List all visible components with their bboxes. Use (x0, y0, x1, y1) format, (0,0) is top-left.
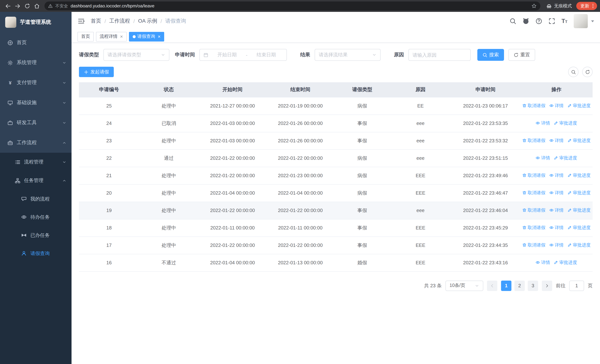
approval-progress-link[interactable]: 审批进度 (567, 103, 591, 109)
create-leave-button[interactable]: 发起请假 (79, 67, 114, 77)
table-row: 23处理中2022-01-03 00:00:002022-01-26 00:00… (79, 132, 593, 149)
update-button[interactable]: 更新 (576, 2, 597, 10)
page-button-3[interactable]: 3 (528, 280, 538, 291)
detail-link[interactable]: 详情 (549, 103, 564, 109)
cell-actions: 取消请假详情审批进度 (520, 202, 593, 219)
submenu-task-mgmt: 我的流程待办任务已办任务请假查询 (0, 190, 72, 262)
detail-link[interactable]: 详情 (536, 120, 550, 126)
browser-toolbar: 不安全 dashboard.yudao.iocoder.cn/bpm/oa/le… (0, 0, 600, 12)
cancel-leave-link[interactable]: 取消请假 (522, 190, 545, 196)
reason-input[interactable] (408, 49, 471, 61)
header-search-icon[interactable] (510, 18, 516, 24)
help-icon[interactable] (535, 18, 542, 24)
sidebar: 芋道管理系统 首页系统管理¥支付管理基础设施研发工具工作流程流程管理任务管理我的… (0, 12, 72, 364)
approval-progress-link[interactable]: 审批进度 (554, 120, 577, 126)
sidebar-item-system[interactable]: 系统管理 (0, 53, 72, 73)
sidebar-item-payment[interactable]: ¥支付管理 (0, 73, 72, 93)
user-avatar[interactable] (574, 14, 588, 28)
cancel-leave-link[interactable]: 取消请假 (522, 172, 545, 179)
cancel-leave-link[interactable]: 取消请假 (522, 242, 545, 248)
trash-icon (522, 173, 527, 178)
sidebar-item-done-task[interactable]: 已办任务 (0, 226, 72, 244)
detail-link[interactable]: 详情 (536, 260, 550, 266)
sidebar-item-home[interactable]: 首页 (0, 33, 72, 53)
page-button-2[interactable]: 2 (514, 280, 525, 291)
sidebar-item-label: 待办任务 (30, 214, 67, 220)
next-page-button[interactable] (542, 280, 552, 291)
refresh-table-button[interactable] (582, 67, 593, 77)
close-tab-icon[interactable]: × (158, 34, 160, 39)
briefcase-icon (7, 140, 13, 146)
chevron-down-icon[interactable] (591, 20, 594, 22)
app-logo[interactable]: 芋道管理系统 (0, 12, 72, 33)
search-button[interactable]: 搜索 (477, 49, 504, 61)
detail-link[interactable]: 详情 (549, 138, 564, 144)
browser-menu-icon[interactable] (590, 3, 596, 9)
cancel-leave-link[interactable]: 取消请假 (522, 103, 545, 109)
font-size-icon[interactable]: TT (562, 18, 567, 24)
approval-progress-link[interactable]: 审批进度 (567, 190, 591, 196)
sidebar-item-process-mgmt[interactable]: 流程管理 (0, 153, 72, 171)
approval-progress-link[interactable]: 审批进度 (567, 207, 591, 214)
chevron-up-icon (62, 178, 66, 183)
fullscreen-icon[interactable] (548, 18, 555, 24)
cell-reason: eee (390, 114, 451, 132)
sidebar-item-devtools[interactable]: 研发工具 (0, 113, 72, 133)
tab-label: 请假查询 (137, 33, 155, 40)
detail-link[interactable]: 详情 (549, 190, 564, 196)
sidebar-item-my-process[interactable]: 我的流程 (0, 190, 72, 208)
sidebar-item-task-mgmt[interactable]: 任务管理 (0, 171, 72, 190)
sidebar-item-leave-query[interactable]: 请假查询 (0, 244, 72, 262)
toggle-search-button[interactable] (568, 67, 579, 77)
sidebar-item-workflow[interactable]: 工作流程 (0, 133, 72, 153)
browser-home-icon[interactable] (32, 1, 41, 11)
prev-page-button[interactable] (487, 280, 497, 291)
detail-link[interactable]: 详情 (549, 207, 564, 214)
breadcrumb-item[interactable]: OA 示例 (138, 18, 157, 24)
approval-progress-link[interactable]: 审批进度 (554, 260, 577, 266)
close-tab-icon[interactable]: × (120, 34, 123, 39)
leave-type-select[interactable]: 请选择请假类型 (103, 49, 169, 61)
reset-button[interactable]: 重置 (508, 49, 535, 61)
tab-leave-query[interactable]: 请假查询× (129, 32, 164, 41)
cell-start: 2022-01-22 00:00:00 (199, 202, 266, 219)
collapse-sidebar-icon[interactable] (77, 18, 85, 25)
page-size-select[interactable]: 10条/页 (445, 280, 483, 291)
forward-icon[interactable] (13, 1, 22, 11)
cell-status: 处理中 (139, 202, 199, 219)
cell-reason: EE (390, 97, 451, 114)
bookmark-star-icon[interactable] (531, 3, 537, 9)
goto-page-input[interactable] (569, 280, 584, 291)
tab-home[interactable]: 首页 (77, 32, 94, 41)
cell-actions: 取消请假详情审批进度 (520, 167, 593, 184)
page-button-1[interactable]: 1 (501, 280, 511, 291)
address-bar[interactable]: 不安全 dashboard.yudao.iocoder.cn/bpm/oa/le… (45, 1, 540, 10)
approval-progress-link[interactable]: 审批进度 (554, 155, 577, 161)
sidebar-item-todo-task[interactable]: 待办任务 (0, 208, 72, 226)
github-icon[interactable] (523, 18, 529, 24)
result-select[interactable]: 请选择流结果 (315, 49, 381, 61)
filter-form: 请假类型 请选择请假类型 申请时间 开始日期 - 结束日期 结果 请选择流结果 (79, 49, 593, 61)
cancel-leave-link[interactable]: 取消请假 (522, 207, 545, 214)
sidebar-item-infra[interactable]: 基础设施 (0, 93, 72, 113)
reload-icon[interactable] (22, 1, 32, 11)
detail-link[interactable]: 详情 (536, 155, 550, 161)
detail-link[interactable]: 详情 (549, 225, 564, 231)
back-icon[interactable] (3, 1, 13, 11)
breadcrumb-item[interactable]: 工作流程 (109, 18, 130, 24)
column-header: 状态 (139, 82, 199, 97)
cancel-leave-link[interactable]: 取消请假 (522, 225, 545, 231)
approval-progress-link[interactable]: 审批进度 (567, 242, 591, 248)
tab-process-detail[interactable]: 流程详情× (96, 32, 127, 41)
apply-time-range-picker[interactable]: 开始日期 - 结束日期 (199, 49, 287, 61)
security-label: 不安全 (55, 3, 68, 9)
approval-progress-link[interactable]: 审批进度 (567, 138, 591, 144)
chevron-down-icon (62, 81, 66, 85)
detail-link[interactable]: 详情 (549, 242, 564, 248)
approval-progress-link[interactable]: 审批进度 (567, 172, 591, 179)
breadcrumb-item[interactable]: 首页 (91, 18, 101, 24)
toolbox-icon (7, 120, 13, 125)
detail-link[interactable]: 详情 (549, 172, 564, 179)
cancel-leave-link[interactable]: 取消请假 (522, 138, 545, 144)
approval-progress-link[interactable]: 审批进度 (567, 225, 591, 231)
